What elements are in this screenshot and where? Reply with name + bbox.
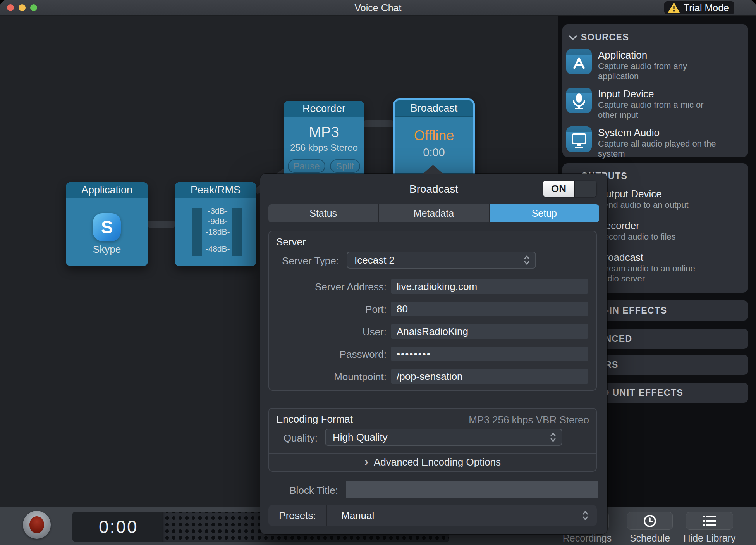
chevron-down-icon — [569, 35, 577, 40]
presets-dropdown[interactable]: Manual — [327, 510, 581, 522]
chevron-right-icon: › — [364, 455, 368, 468]
server-heading: Server — [276, 236, 306, 248]
hide-library-button[interactable] — [686, 512, 733, 530]
application-node[interactable]: Application S Skype — [66, 182, 148, 266]
server-type-dropdown[interactable]: Icecast 2 — [347, 252, 536, 269]
quality-label: Quality: — [269, 432, 318, 444]
stepper-icon — [523, 254, 531, 266]
application-source-icon — [566, 49, 592, 74]
toggle-on-segment[interactable]: ON — [543, 181, 574, 197]
broadcast-status: Offline — [395, 128, 473, 144]
source-title: Application — [598, 49, 718, 61]
recorder-node-title: Recorder — [284, 101, 364, 117]
application-node-app-name: Skype — [66, 243, 148, 255]
tab-setup[interactable]: Setup — [490, 204, 599, 222]
source-item-system-audio[interactable]: System Audio Capture all audio played on… — [566, 126, 748, 159]
skype-initial: S — [101, 217, 113, 238]
pause-button[interactable]: Pause — [288, 159, 325, 173]
recorder-format: MP3 — [284, 124, 364, 141]
peak-rms-node-title: Peak/RMS — [175, 182, 256, 198]
list-icon — [702, 515, 717, 527]
source-title: Input Device — [598, 88, 718, 100]
peak-meter-scale: -3dB- -9dB- -18dB- -48dB- — [200, 205, 235, 254]
encoding-summary: MP3 256 kbps VBR Stereo — [469, 414, 589, 426]
microphone-icon — [570, 92, 588, 110]
sources-header[interactable]: SOURCES — [562, 24, 748, 43]
server-type-value: Icecast 2 — [347, 254, 523, 266]
app-store-icon — [570, 54, 588, 72]
system-audio-source-icon — [566, 126, 592, 152]
encoding-group: Encoding Format MP3 256 kbps VBR Stereo … — [268, 408, 597, 472]
output-desc: Stream audio to an online audio server — [598, 264, 718, 284]
window-title: Voice Chat — [0, 0, 756, 16]
presets-bar: Presets: Manual — [268, 505, 597, 526]
presets-label: Presets: — [268, 510, 326, 522]
stepper-icon — [549, 431, 557, 443]
user-field[interactable]: AnaisRadioKing — [391, 324, 588, 339]
monitor-icon — [570, 132, 588, 149]
stepper-icon — [581, 510, 589, 521]
popover-arrow — [423, 165, 443, 174]
server-group: Server Server Type: Icecast 2 Server Add… — [268, 231, 597, 391]
hide-library-button-label[interactable]: Hide Library — [680, 533, 739, 544]
quality-value: High Quality — [326, 431, 549, 443]
source-item-application[interactable]: Application Capture audio from any appli… — [566, 49, 748, 81]
wire-recorder-broadcast — [364, 120, 393, 127]
tab-metadata[interactable]: Metadata — [379, 204, 488, 222]
password-label: Password: — [269, 348, 387, 360]
server-address-field[interactable]: live.radioking.com — [391, 279, 588, 294]
output-title: Broadcast — [598, 252, 718, 264]
port-field[interactable]: 80 — [391, 302, 588, 316]
password-field[interactable]: •••••••• — [391, 347, 588, 361]
broadcast-popover: Broadcast ON Status Metadata Setup Serve… — [260, 174, 607, 534]
broadcast-on-off-toggle[interactable]: ON — [543, 181, 596, 197]
output-title: Recorder — [598, 220, 718, 232]
quality-dropdown[interactable]: High Quality — [325, 429, 562, 446]
split-button[interactable]: Split — [330, 159, 360, 173]
record-button[interactable] — [23, 511, 51, 539]
toggle-off-segment[interactable] — [574, 181, 596, 197]
schedule-button-label[interactable]: Schedule — [624, 533, 675, 544]
recorder-node[interactable]: Recorder MP3 256 kbps Stereo Pause Split — [284, 101, 364, 182]
scale-9db: -9dB- — [200, 216, 235, 226]
server-address-label: Server Address: — [269, 281, 387, 293]
advanced-encoding-label: Advanced Encoding Options — [374, 456, 501, 468]
title-bar: Voice Chat Trial Mode — [0, 0, 756, 16]
trial-mode-label: Trial Mode — [684, 2, 729, 14]
recordings-button-label[interactable]: Recordings — [558, 533, 617, 544]
source-desc: Capture audio from a mic or other input — [598, 100, 718, 120]
scale-3db: -3dB- — [200, 205, 235, 216]
peak-rms-node[interactable]: Peak/RMS -3dB- -9dB- -18dB- -48dB- — [175, 182, 256, 266]
record-dot-icon — [29, 516, 44, 533]
app-window: Application S Skype Peak/RMS -3dB- -9dB-… — [0, 0, 756, 545]
source-desc: Capture all audio played on the system — [598, 139, 718, 159]
scale-18db: -18dB- — [200, 226, 235, 237]
block-title-field[interactable] — [346, 481, 598, 498]
input-device-source-icon — [566, 88, 592, 113]
trial-mode-badge: Trial Mode — [664, 1, 734, 14]
schedule-button[interactable] — [627, 512, 673, 530]
sources-header-label: SOURCES — [581, 32, 629, 43]
scale-48db: -48dB- — [200, 243, 235, 254]
broadcast-timer: 0:00 — [395, 146, 473, 159]
recorder-bitrate: 256 kbps Stereo — [284, 142, 364, 153]
advanced-encoding-options[interactable]: › Advanced Encoding Options — [269, 454, 596, 471]
output-desc: Send audio to an output — [598, 200, 718, 210]
warning-icon — [668, 3, 680, 13]
server-type-label: Server Type: — [269, 255, 339, 267]
session-timer: 0:00 — [99, 512, 138, 542]
output-desc: Record audio to files — [598, 232, 718, 242]
output-title: Output Device — [598, 188, 718, 200]
wire-application-peak — [148, 221, 175, 228]
mountpoint-field[interactable]: /pop-sensation — [391, 369, 588, 384]
port-label: Port: — [269, 304, 387, 316]
popover-tab-bar: Status Metadata Setup — [268, 204, 599, 222]
block-title-label: Block Title: — [260, 485, 338, 497]
skype-icon: S — [93, 213, 121, 241]
source-desc: Capture audio from any application — [598, 61, 718, 81]
user-label: User: — [269, 326, 387, 338]
clock-icon — [643, 514, 657, 528]
tab-status[interactable]: Status — [268, 204, 378, 222]
source-item-input-device[interactable]: Input Device Capture audio from a mic or… — [566, 88, 748, 120]
sources-panel: SOURCES Application Capture audio from a… — [562, 24, 748, 157]
